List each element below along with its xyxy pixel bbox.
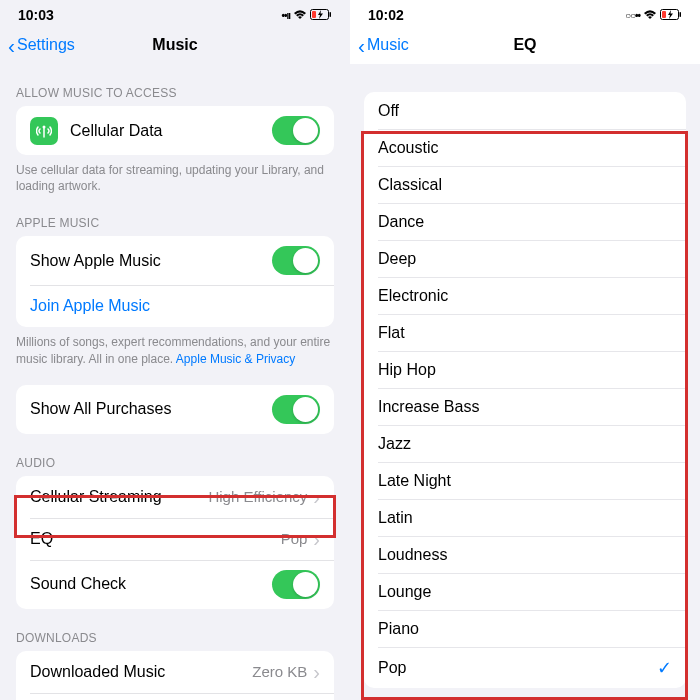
eq-option-label: Acoustic [378,139,438,157]
eq-option-label: Dance [378,213,424,231]
signal-icon: ••ıı [281,10,290,21]
section-header-audio: AUDIO [0,434,350,476]
eq-option[interactable]: Lounge [364,573,686,610]
eq-option-label: Latin [378,509,413,527]
show-all-purchases-row[interactable]: Show All Purchases [16,385,334,434]
back-label: Music [367,36,409,54]
eq-row[interactable]: EQ Pop › [16,518,334,560]
check-icon: ✓ [657,657,672,679]
eq-option[interactable]: Off [364,92,686,129]
section-header-downloads: DOWNLOADS [0,609,350,651]
join-apple-music-label: Join Apple Music [30,297,320,315]
eq-option[interactable]: Hip Hop [364,351,686,388]
eq-option[interactable]: Dance [364,203,686,240]
cellular-data-label: Cellular Data [70,122,272,140]
svg-rect-5 [680,12,682,17]
downloaded-music-value: Zero KB [252,663,307,680]
eq-option-label: Lounge [378,583,431,601]
status-bar: 10:02 ○○•• [350,4,700,26]
signal-icon: ○○•• [625,10,640,21]
eq-option-label: Electronic [378,287,448,305]
sound-check-row[interactable]: Sound Check [16,560,334,609]
back-label: Settings [17,36,75,54]
eq-option[interactable]: Pop✓ [364,647,686,688]
svg-rect-2 [312,11,316,18]
sound-check-toggle[interactable] [272,570,320,599]
downloaded-music-row[interactable]: Downloaded Music Zero KB › [16,651,334,693]
nav-bar: ‹ Music EQ [350,26,700,64]
eq-option[interactable]: Flat [364,314,686,351]
cellular-streaming-value: High Efficiency [208,488,307,505]
eq-option-label: Hip Hop [378,361,436,379]
eq-option-label: Classical [378,176,442,194]
show-all-purchases-label: Show All Purchases [30,400,272,418]
chevron-right-icon: › [313,529,320,549]
downloaded-music-label: Downloaded Music [30,663,252,681]
eq-option[interactable]: Piano [364,610,686,647]
wifi-icon [293,9,307,22]
eq-option-label: Late Night [378,472,451,490]
eq-value: Pop [281,530,308,547]
eq-option[interactable]: Jazz [364,425,686,462]
show-apple-music-toggle[interactable] [272,246,320,275]
eq-option-label: Increase Bass [378,398,479,416]
eq-option-label: Deep [378,250,416,268]
section-header-access: ALLOW MUSIC TO ACCESS [0,64,350,106]
nav-bar: ‹ Settings Music [0,26,350,64]
status-indicators: ••ıı [281,9,332,22]
status-time: 10:03 [18,7,54,23]
eq-option-label: Flat [378,324,405,342]
back-button[interactable]: ‹ Settings [4,35,75,56]
apple-music-footer: Millions of songs, expert recommendation… [0,327,350,366]
show-all-purchases-toggle[interactable] [272,395,320,424]
cellular-streaming-label: Cellular Streaming [30,488,208,506]
cellular-data-toggle[interactable] [272,116,320,145]
chevron-left-icon: ‹ [358,35,365,56]
wifi-icon [643,9,657,22]
eq-option-label: Loudness [378,546,447,564]
cellular-data-row[interactable]: Cellular Data [16,106,334,155]
show-apple-music-label: Show Apple Music [30,252,272,270]
chevron-right-icon: › [313,662,320,682]
section-header-apple-music: APPLE MUSIC [0,194,350,236]
eq-option[interactable]: Late Night [364,462,686,499]
eq-option-label: Jazz [378,435,411,453]
eq-option[interactable]: Deep [364,240,686,277]
cellular-footer: Use cellular data for streaming, updatin… [0,155,350,194]
sound-check-label: Sound Check [30,575,272,593]
chevron-right-icon: › [313,487,320,507]
svg-point-3 [43,125,46,128]
status-time: 10:02 [368,7,404,23]
eq-option[interactable]: Increase Bass [364,388,686,425]
antenna-icon [30,117,58,145]
eq-option[interactable]: Acoustic [364,129,686,166]
join-apple-music-row[interactable]: Join Apple Music [16,285,334,327]
eq-option-label: Piano [378,620,419,638]
status-bar: 10:03 ••ıı [0,4,350,26]
eq-option-list: OffAcousticClassicalDanceDeepElectronicF… [364,92,686,688]
eq-option[interactable]: Electronic [364,277,686,314]
status-indicators: ○○•• [625,9,682,22]
eq-option[interactable]: Loudness [364,536,686,573]
apple-music-privacy-link[interactable]: Apple Music & Privacy [176,352,295,366]
svg-rect-6 [662,11,666,18]
battery-icon [310,9,332,22]
svg-rect-1 [330,12,332,17]
eq-option[interactable]: Classical [364,166,686,203]
back-button[interactable]: ‹ Music [354,35,409,56]
eq-option-label: Off [378,102,399,120]
eq-option-label: Pop [378,659,406,677]
battery-icon [660,9,682,22]
eq-label: EQ [30,530,281,548]
download-over-cellular-row[interactable]: Download over Cellular [16,693,334,700]
show-apple-music-row[interactable]: Show Apple Music [16,236,334,285]
eq-option[interactable]: Latin [364,499,686,536]
chevron-left-icon: ‹ [8,35,15,56]
cellular-streaming-row[interactable]: Cellular Streaming High Efficiency › [16,476,334,518]
